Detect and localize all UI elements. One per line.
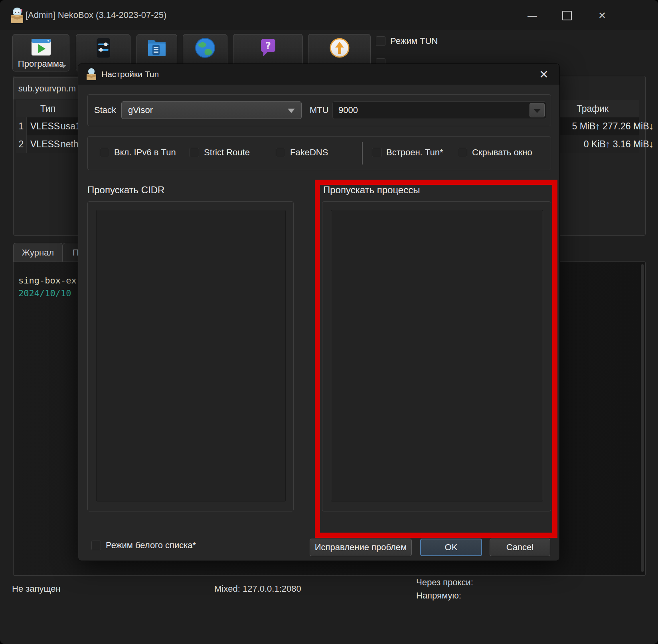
- tun-settings-dialog: Настройки Tun ✕ Stack gVisor MTU 9000: [78, 63, 560, 561]
- cidr-list[interactable]: [96, 210, 286, 501]
- program-button[interactable]: Программа: [12, 34, 69, 71]
- checkbox-embedded-tun-label: Встроен. Tun*: [386, 147, 443, 158]
- checkbox-strict-route-box: [190, 148, 199, 157]
- tun-mode-checkbox[interactable]: Режим TUN: [376, 36, 438, 46]
- log-line: sing-box-ex: [18, 275, 77, 285]
- log-scrollbar[interactable]: [641, 264, 644, 572]
- window-title: [Admin] NekoBox (3.14-2023-07-25): [26, 0, 166, 30]
- log-line: 2024/10/10: [18, 288, 71, 298]
- svg-text:?: ?: [265, 40, 271, 52]
- globe-routing-icon: [194, 37, 216, 59]
- tab-journal[interactable]: Журнал: [13, 243, 63, 262]
- status-inbound: Mixed: 127.0.0.1:2080: [214, 584, 301, 594]
- dialog-app-icon: [85, 67, 98, 81]
- dialog-close-button[interactable]: ✕: [534, 66, 554, 83]
- sliders-settings-icon: [94, 37, 113, 59]
- app-window-play-icon: [30, 37, 53, 57]
- screenshot-stage: [Admin] NekoBox (3.14-2023-07-25) — ✕ Пр…: [0, 0, 658, 644]
- processes-list-label: Пропускать процессы: [323, 184, 420, 196]
- column-header-traffic[interactable]: Трафик: [557, 100, 628, 117]
- checkbox-ipv6-box: [100, 148, 109, 157]
- checkbox-ipv6-label: Вкл. IPv6 в Tun: [114, 147, 176, 158]
- main-window: [Admin] NekoBox (3.14-2023-07-25) — ✕ Пр…: [0, 0, 658, 644]
- subscription-tab[interactable]: sub.yourvpn.m: [13, 77, 81, 99]
- options-separator: [362, 142, 363, 164]
- status-direct: Напрямую:: [416, 590, 461, 601]
- checkbox-hide-window-box: [458, 148, 467, 157]
- checkbox-hide-window-label: Скрывать окно: [472, 147, 532, 158]
- mtu-dropdown-button[interactable]: [530, 103, 545, 117]
- cidr-list-label: Пропускать CIDR: [87, 184, 164, 196]
- column-header-type[interactable]: Тип: [22, 100, 74, 117]
- checkbox-whitelist-mode[interactable]: Режим белого списка*: [91, 540, 196, 551]
- window-titlebar[interactable]: [Admin] NekoBox (3.14-2023-07-25) — ✕: [0, 0, 658, 30]
- tun-mode-checkbox-box: [376, 36, 385, 46]
- checkbox-embedded-tun[interactable]: Встроен. Tun*: [372, 147, 443, 158]
- minimize-button[interactable]: —: [521, 8, 544, 23]
- checkbox-strict-route[interactable]: Strict Route: [190, 147, 250, 158]
- maximize-icon: [562, 11, 572, 20]
- checkbox-hide-window[interactable]: Скрывать окно: [458, 147, 532, 158]
- checkbox-whitelist-label: Режим белого списка*: [106, 540, 196, 551]
- processes-groupbox: [322, 201, 551, 511]
- stack-label: Stack: [94, 101, 116, 119]
- mtu-combobox-value: 9000: [338, 102, 358, 119]
- chevron-down-icon: [534, 109, 541, 113]
- subscription-tab-label: sub.yourvpn.m: [18, 83, 76, 94]
- checkbox-fakedns-box: [276, 148, 285, 157]
- help-bubble-icon: ?: [258, 37, 279, 59]
- dialog-titlebar[interactable]: Настройки Tun ✕: [78, 64, 559, 85]
- dialog-title: Настройки Tun: [101, 64, 159, 85]
- cidr-groupbox: [87, 201, 294, 511]
- status-run-state: Не запущен: [12, 584, 61, 594]
- ok-button[interactable]: OK: [420, 539, 482, 556]
- stack-select[interactable]: gVisor: [121, 101, 302, 119]
- mtu-label: MTU: [310, 101, 329, 119]
- checkbox-whitelist-box: [91, 541, 101, 550]
- chevron-down-icon: [288, 109, 295, 113]
- folder-servers-icon: [146, 37, 168, 58]
- row-traffic: 0 KiB↑ 3.16 MiB↓: [559, 135, 654, 153]
- row-type: VLESS: [30, 117, 60, 135]
- close-button[interactable]: ✕: [591, 8, 614, 23]
- row-type: VLESS: [30, 135, 60, 153]
- fix-problems-button[interactable]: Исправление проблем: [310, 539, 412, 556]
- mtu-combobox[interactable]: 9000: [332, 101, 546, 119]
- status-via-proxy: Через прокси:: [416, 577, 473, 588]
- cancel-button[interactable]: Cancel: [490, 539, 550, 556]
- tab-journal-label: Журнал: [22, 248, 54, 258]
- update-circle-icon: [329, 37, 350, 59]
- checkbox-embedded-tun-box: [372, 148, 381, 157]
- checkbox-ipv6[interactable]: Вкл. IPv6 в Tun: [100, 147, 176, 158]
- chevron-down-icon: [61, 65, 66, 68]
- row-traffic: 5 MiB↑ 277.26 MiB↓: [559, 117, 654, 135]
- checkbox-fakedns[interactable]: FakeDNS: [276, 147, 328, 158]
- stack-select-value: gVisor: [128, 102, 153, 119]
- row-number: 2: [16, 135, 27, 153]
- row-number: 1: [16, 117, 27, 135]
- checkbox-fakedns-label: FakeDNS: [290, 147, 328, 158]
- processes-list[interactable]: [331, 210, 543, 501]
- maximize-button[interactable]: [555, 8, 579, 23]
- nekobox-app-icon: [9, 6, 26, 24]
- tun-mode-checkbox-label: Режим TUN: [390, 36, 438, 46]
- checkbox-strict-route-label: Strict Route: [204, 147, 250, 158]
